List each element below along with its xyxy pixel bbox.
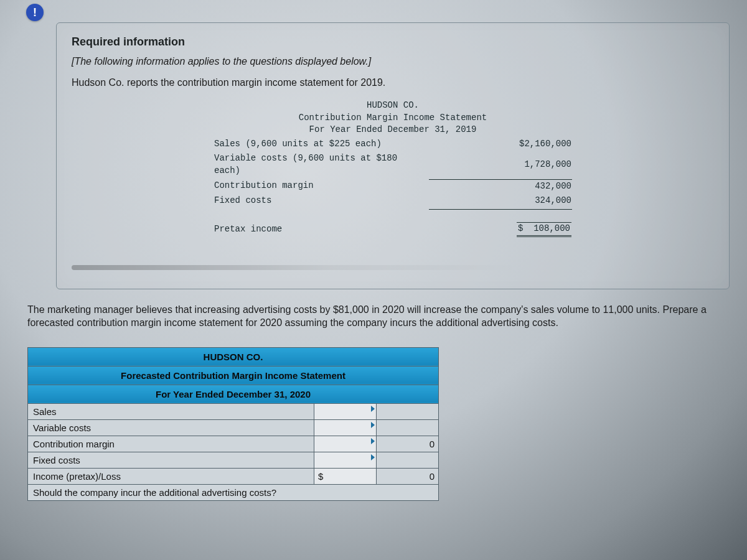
statement-lines: Sales (9,600 units at $225 each) $2,160,… bbox=[212, 136, 573, 251]
line-pretax-amount: $ 108,000 bbox=[517, 222, 571, 237]
line-pretax-label: Pretax income bbox=[214, 209, 428, 250]
alert-glyph: ! bbox=[33, 6, 37, 19]
required-heading: Required information bbox=[72, 35, 714, 49]
intro-italic: [The following information applies to th… bbox=[72, 56, 714, 67]
ws-total-variable bbox=[377, 419, 439, 436]
ws-row-sales: Sales bbox=[28, 403, 439, 419]
forecast-worksheet: HUDSON CO. Forecasted Contribution Margi… bbox=[27, 347, 439, 501]
statement-title: Contribution Margin Income Statement bbox=[212, 112, 573, 124]
required-info-box: Required information [The following info… bbox=[56, 22, 730, 289]
divider-shadow bbox=[72, 265, 714, 270]
ws-question[interactable]: Should the company incur the additional … bbox=[28, 484, 439, 500]
alert-icon: ! bbox=[26, 4, 44, 21]
ws-row-variable: Variable costs bbox=[28, 419, 439, 436]
ws-label-variable[interactable]: Variable costs bbox=[28, 419, 314, 436]
line-fixed-amount: 324,000 bbox=[429, 194, 572, 208]
ws-header-title: Forecasted Contribution Margin Income St… bbox=[28, 366, 439, 385]
ws-header-company: HUDSON CO. bbox=[28, 347, 439, 366]
line-cm-amount: 432,000 bbox=[429, 179, 572, 194]
ws-total-cm: 0 bbox=[377, 436, 439, 452]
ws-label-fixed[interactable]: Fixed costs bbox=[28, 452, 314, 468]
page-root: ! Required information [The following in… bbox=[0, 0, 747, 560]
line-var-label: Variable costs (9,600 units at $180 each… bbox=[214, 152, 428, 177]
income-statement-2019: HUDSON CO. Contribution Margin Income St… bbox=[212, 100, 573, 251]
question-text: The marketing manager believes that incr… bbox=[27, 303, 711, 330]
statement-period: For Year Ended December 31, 2019 bbox=[212, 124, 573, 136]
ws-input-cm[interactable] bbox=[314, 436, 377, 452]
ws-row-question: Should the company incur the additional … bbox=[28, 484, 439, 500]
line-sales-label: Sales (9,600 units at $225 each) bbox=[214, 138, 428, 151]
ws-label-cm[interactable]: Contribution margin bbox=[28, 436, 314, 452]
ws-currency-income: $ bbox=[314, 468, 377, 484]
ws-total-sales bbox=[377, 403, 439, 419]
ws-label-sales[interactable]: Sales bbox=[28, 403, 314, 419]
ws-row-income: Income (pretax)/Loss $ 0 bbox=[28, 468, 439, 484]
line-fixed-label: Fixed costs bbox=[214, 194, 428, 208]
line-cm-label: Contribution margin bbox=[214, 179, 428, 194]
ws-total-fixed bbox=[377, 452, 439, 468]
statement-company: HUDSON CO. bbox=[212, 100, 573, 112]
line-var-amount: 1,728,000 bbox=[429, 152, 572, 177]
ws-input-fixed[interactable] bbox=[314, 452, 377, 468]
ws-header-period: For Year Ended December 31, 2020 bbox=[28, 385, 439, 403]
ws-total-income: 0 bbox=[377, 468, 439, 484]
line-sales-amount: $2,160,000 bbox=[429, 138, 572, 151]
ws-row-fixed: Fixed costs bbox=[28, 452, 439, 468]
intro-plain: Hudson Co. reports the contribution marg… bbox=[72, 77, 714, 88]
ws-label-income[interactable]: Income (pretax)/Loss bbox=[28, 468, 314, 484]
ws-row-cm: Contribution margin 0 bbox=[28, 436, 439, 452]
ws-input-sales[interactable] bbox=[314, 403, 377, 419]
ws-input-variable[interactable] bbox=[314, 419, 377, 436]
